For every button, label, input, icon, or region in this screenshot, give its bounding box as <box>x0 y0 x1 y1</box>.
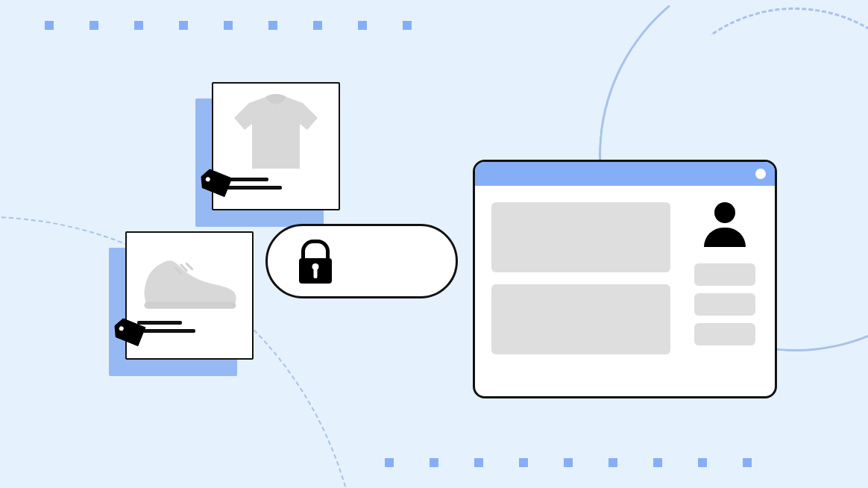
secure-connector <box>265 224 458 298</box>
product-card-tshirt <box>212 82 340 210</box>
content-placeholder <box>491 202 670 272</box>
side-placeholder <box>694 293 755 316</box>
secure-shopping-diagram <box>0 0 868 488</box>
sneaker-icon <box>137 242 242 316</box>
placeholder-line <box>137 321 182 325</box>
lock-icon <box>299 240 332 284</box>
placeholder-line <box>224 186 282 190</box>
tshirt-icon <box>224 93 328 173</box>
product-card-sneaker <box>125 231 254 360</box>
side-placeholder <box>694 263 755 286</box>
svg-line-3 <box>186 263 192 269</box>
svg-rect-0 <box>144 301 236 308</box>
decorative-dots-bottom <box>385 458 752 467</box>
placeholder-line <box>137 329 195 333</box>
side-placeholder <box>694 323 755 345</box>
content-placeholder <box>491 284 670 354</box>
window-titlebar <box>475 162 775 186</box>
user-icon <box>702 202 748 247</box>
decorative-dots-top <box>45 21 412 30</box>
account-window <box>473 160 777 398</box>
window-control-icon <box>755 169 766 179</box>
